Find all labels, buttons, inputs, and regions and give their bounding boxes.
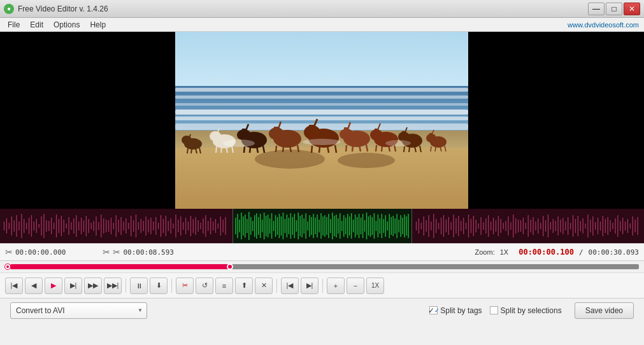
svg-point-82 (223, 139, 255, 147)
cut-end-time: 00:00:08.593 (123, 248, 173, 257)
play-button[interactable]: ▶ (45, 278, 62, 294)
svg-line-22 (216, 146, 217, 153)
time-ruler: ✂ 00:00:00.000 ✂ ✂ 00:00:08.593 Zoom: 1X… (0, 243, 644, 261)
divider-4 (322, 279, 323, 293)
svg-line-71 (409, 147, 410, 152)
svg-rect-4 (175, 103, 468, 106)
minimize-button[interactable]: — (588, 3, 605, 15)
progress-track[interactable] (10, 264, 639, 269)
zoom-out-button[interactable]: − (347, 278, 364, 294)
waveform-selected (233, 209, 412, 243)
convert-select-group: Convert to AVI ▼ (10, 302, 147, 319)
split-by-selections-checkbox[interactable] (490, 306, 498, 314)
menu-options[interactable]: Options (48, 19, 85, 31)
video-area (0, 32, 644, 209)
svg-line-78 (431, 146, 431, 151)
progress-handle-start[interactable] (5, 264, 10, 269)
split-by-tags-label[interactable]: ✓ Split by tags (429, 306, 482, 315)
svg-rect-2 (175, 88, 468, 92)
svg-line-55 (352, 146, 353, 151)
svg-rect-5 (175, 109, 468, 115)
overlay-button[interactable]: ⬆ (235, 278, 253, 294)
close-button[interactable]: ✕ (624, 3, 640, 15)
video-frame (175, 32, 468, 209)
svg-line-54 (346, 145, 347, 151)
window-controls: — □ ✕ (588, 3, 640, 15)
maximize-button[interactable]: □ (606, 3, 622, 15)
progress-area (0, 261, 644, 272)
svg-point-83 (303, 139, 341, 145)
bottom-bar: Convert to AVI ▼ ✓ Split by tags Split b… (0, 298, 644, 322)
next-segment-button[interactable]: ▶| (301, 278, 318, 294)
cut-start-icon[interactable]: ✂ (5, 247, 13, 257)
zoom-1x-button[interactable]: 1X (366, 278, 384, 294)
app-title: Free Video Editor v. 1.4.26 (18, 4, 588, 13)
website-link[interactable]: www.dvdvideosoft.com (568, 21, 639, 29)
transport-controls: |◀ ◀ ▶ ▶| ▶▶ ▶▶| ⏸ ⬇ ✂ ↺ ≡ ⬆ ✕ |◀ ▶| + −… (0, 272, 644, 298)
divider-2 (171, 279, 172, 293)
svg-line-79 (435, 147, 436, 151)
next-frame-button[interactable]: ▶▶ (84, 278, 102, 294)
menu-bar: File Edit Options Help www.dvdvideosoft.… (0, 18, 644, 32)
svg-rect-6 (175, 116, 468, 120)
save-video-button[interactable]: Save video (575, 302, 634, 319)
svg-point-85 (255, 150, 325, 169)
svg-line-31 (250, 147, 250, 153)
svg-line-30 (244, 146, 245, 153)
time-separator: / (579, 248, 583, 257)
svg-line-23 (221, 147, 222, 153)
prev-frame-button[interactable]: ◀ (25, 278, 43, 294)
current-time: 00:00:00.100 (519, 248, 574, 257)
zoom-label: Zoom: (475, 248, 495, 256)
svg-rect-12 (185, 137, 188, 141)
svg-rect-28 (242, 129, 246, 136)
cut-end-icon-1[interactable]: ✂ (103, 247, 110, 257)
video-player[interactable] (175, 32, 468, 209)
svg-point-84 (385, 140, 411, 146)
svg-line-63 (382, 146, 382, 151)
menu-help[interactable]: Help (85, 19, 111, 31)
waveform-left (0, 209, 233, 243)
video-left-letterbox (0, 32, 175, 209)
svg-line-47 (319, 146, 320, 153)
pause-button[interactable]: ⏸ (130, 278, 148, 294)
svg-line-62 (376, 145, 376, 151)
menu-edit[interactable]: Edit (25, 19, 48, 31)
convert-to-value: Convert to AVI (16, 306, 64, 315)
delete-button[interactable]: ✕ (255, 278, 273, 294)
waveform-area (0, 209, 644, 243)
dropdown-arrow-icon: ▼ (138, 307, 143, 313)
video-right-letterbox (468, 32, 644, 209)
total-time: 00:00:30.093 (589, 248, 639, 257)
export-options: ✓ Split by tags Split by selections Save… (429, 302, 634, 319)
adjust-button[interactable]: ≡ (215, 278, 233, 294)
play-next-button[interactable]: ▶| (64, 278, 82, 294)
svg-rect-20 (214, 132, 217, 137)
prev-segment-button[interactable]: |◀ (281, 278, 299, 294)
svg-point-86 (338, 153, 395, 168)
split-by-tags-text: Split by tags (440, 306, 482, 315)
rotate-button[interactable]: ↺ (196, 278, 213, 294)
app-icon: ● (4, 4, 14, 14)
svg-rect-3 (175, 95, 468, 99)
svg-line-14 (187, 148, 188, 153)
convert-to-dropdown[interactable]: Convert to AVI ▼ (10, 302, 147, 319)
go-to-end-button[interactable]: ▶▶| (104, 278, 122, 294)
waveform-right (412, 209, 645, 243)
cut-button[interactable]: ✂ (176, 278, 194, 294)
svg-line-70 (404, 146, 404, 152)
cut-start-time: 00:00:00.000 (15, 248, 66, 257)
go-to-start-button[interactable]: |◀ (5, 278, 23, 294)
cut-end-icon-2[interactable]: ✂ (113, 247, 120, 257)
divider-3 (276, 279, 277, 293)
stop-button[interactable]: ⬇ (150, 278, 168, 294)
split-by-selections-text: Split by selections (501, 306, 562, 315)
split-by-tags-checkbox[interactable]: ✓ (429, 306, 438, 314)
progress-handle[interactable] (227, 264, 233, 270)
divider-1 (125, 279, 126, 293)
zoom-in-button[interactable]: + (327, 278, 345, 294)
title-bar: ● Free Video Editor v. 1.4.26 — □ ✕ (0, 0, 644, 18)
split-by-selections-label[interactable]: Split by selections (490, 306, 562, 315)
svg-line-15 (191, 149, 192, 153)
menu-file[interactable]: File (3, 19, 25, 31)
